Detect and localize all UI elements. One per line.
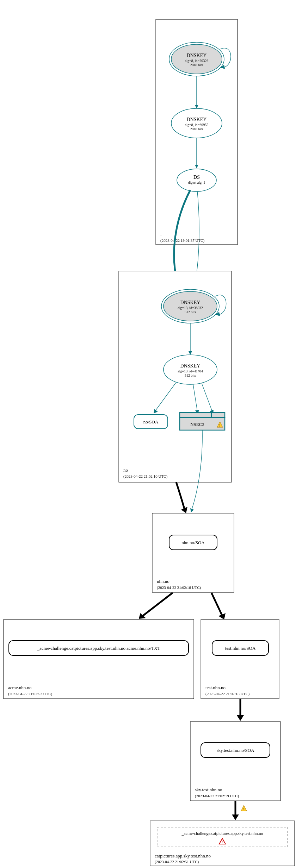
svg-text:!: ! <box>243 807 244 811</box>
node-root-ksk: DNSKEY alg=8, id=20326 2048 bits <box>169 42 224 76</box>
zone-sky-name: sky.test.nhn.no <box>195 787 222 792</box>
zone-acme-name: acme.nhn.no <box>8 685 31 690</box>
svg-text:alg=13, id=38032: alg=13, id=38032 <box>178 306 203 310</box>
node-nsec3: NSEC3 ! <box>180 413 225 430</box>
svg-marker-58 <box>232 814 239 820</box>
zone-test-name: test.nhn.no <box>205 685 226 690</box>
svg-text:DNSKEY: DNSKEY <box>187 117 207 122</box>
node-test-soa: test.nhn.no/SOA <box>212 641 269 655</box>
zone-no-name: no <box>123 467 128 473</box>
node-acme-txt: _acme-challenge.catpictures.app.sky.test… <box>9 641 189 655</box>
svg-text:DNSKEY: DNSKEY <box>180 363 201 369</box>
zone-test-ts: (2023-04-22 21:02:18 UTC) <box>205 692 250 696</box>
node-no-soa: no/SOA <box>134 415 168 429</box>
zone-sky-ts: (2023-04-22 21:02:19 UTC) <box>195 794 239 798</box>
svg-text:no/SOA: no/SOA <box>143 419 159 424</box>
zone-cat-ts: (2023-04-22 21:02:51 UTC) <box>155 860 199 864</box>
node-no-ksk: DNSKEY alg=13, id=38032 512 bits <box>161 289 219 323</box>
svg-text:test.nhn.no/SOA: test.nhn.no/SOA <box>225 646 256 651</box>
zone-nhn-name: nhn.no <box>157 579 169 584</box>
svg-text:_acme-challenge.catpictures.ap: _acme-challenge.catpictures.app.sky.test… <box>181 831 263 836</box>
zone-cat: catpictures.app.sky.test.nhn.no (2023-04… <box>150 821 295 866</box>
svg-marker-54 <box>237 715 244 721</box>
svg-text:_acme-challenge.catpictures.ap: _acme-challenge.catpictures.app.sky.test… <box>37 646 160 651</box>
node-root-zsk: DNSKEY alg=8, id=60955 2048 bits <box>171 108 222 138</box>
zone-nhn-ts: (2023-04-22 21:02:16 UTC) <box>157 585 201 590</box>
svg-point-13 <box>177 169 216 191</box>
svg-rect-35 <box>180 413 225 417</box>
zone-nhn: nhn.no (2023-04-22 21:02:16 UTC) nhn.no/… <box>152 513 234 592</box>
warning-icon: ! <box>241 805 247 811</box>
svg-text:NSEC3: NSEC3 <box>190 422 204 427</box>
zone-acme-ts: (2023-04-22 21:02:52 UTC) <box>8 692 53 696</box>
svg-text:2048 bits: 2048 bits <box>190 127 203 131</box>
svg-text:alg=13, id=41404: alg=13, id=41404 <box>178 369 203 373</box>
node-root-ds: DS digest alg=2 <box>177 169 216 191</box>
node-no-zsk: DNSKEY alg=13, id=41404 512 bits <box>164 355 217 384</box>
svg-text:512 bits: 512 bits <box>185 310 196 314</box>
node-nhn-soa: nhn.no/SOA <box>169 535 217 550</box>
svg-text:digest alg=2: digest alg=2 <box>188 181 205 184</box>
node-sky-soa: sky.test.nhn.no/SOA <box>201 743 270 757</box>
zone-no-ts: (2023-04-22 21:02:10 UTC) <box>123 474 168 479</box>
zone-acme: acme.nhn.no (2023-04-22 21:02:52 UTC) _a… <box>4 619 194 699</box>
svg-text:!: ! <box>222 840 223 844</box>
svg-text:DNSKEY: DNSKEY <box>187 53 207 58</box>
node-cat: _acme-challenge.catpictures.app.sky.test… <box>157 827 288 847</box>
svg-text:alg=8, id=20326: alg=8, id=20326 <box>185 59 208 63</box>
zone-test: test.nhn.no (2023-04-22 21:02:18 UTC) te… <box>201 619 279 699</box>
svg-text:!: ! <box>219 423 220 427</box>
svg-text:DS: DS <box>193 175 200 180</box>
zone-no: no (2023-04-22 21:02:10 UTC) DNSKEY alg=… <box>119 271 232 482</box>
zone-cat-name: catpictures.app.sky.test.nhn.no <box>155 853 211 858</box>
svg-rect-48 <box>4 619 194 699</box>
zone-root: . (2023-04-22 19:01:37 UTC) DNSKEY alg=8… <box>156 19 238 245</box>
svg-text:alg=8, id=60955: alg=8, id=60955 <box>185 123 208 127</box>
zone-sky: sky.test.nhn.no (2023-04-22 21:02:19 UTC… <box>190 722 280 801</box>
svg-text:nhn.no/SOA: nhn.no/SOA <box>181 540 205 545</box>
svg-text:DNSKEY: DNSKEY <box>180 300 201 305</box>
svg-text:2048 bits: 2048 bits <box>190 63 203 67</box>
zone-root-ts: (2023-04-22 19:01:37 UTC) <box>160 238 205 243</box>
dnssec-diagram: . (2023-04-22 19:01:37 UTC) DNSKEY alg=8… <box>0 0 296 868</box>
zone-root-name: . <box>160 232 161 237</box>
svg-text:512 bits: 512 bits <box>185 373 196 377</box>
svg-text:sky.test.nhn.no/SOA: sky.test.nhn.no/SOA <box>216 748 254 753</box>
